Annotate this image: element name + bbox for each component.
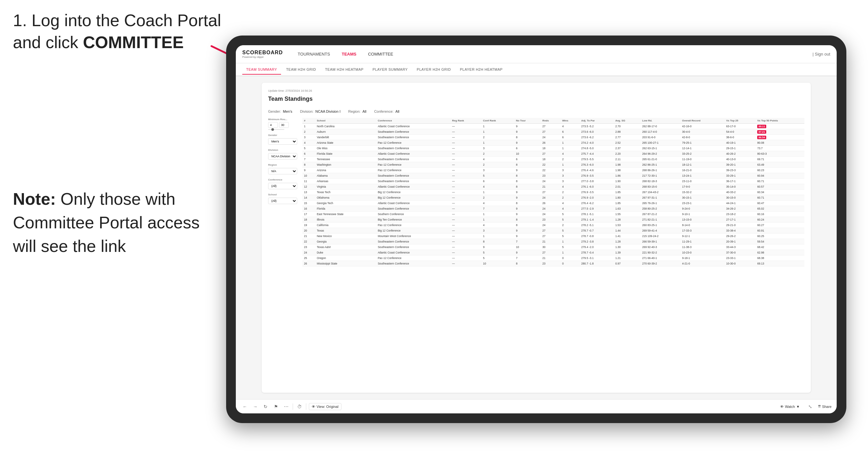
cell-wins: 0 [560, 261, 580, 267]
cell-rank: 16 [302, 206, 315, 212]
content-card: Update time: 27/03/2024 16:56:26 Team St… [262, 83, 811, 393]
school-select[interactable]: (All) [268, 198, 297, 204]
division-select[interactable]: NCAA Division I [268, 153, 297, 160]
division-section: Division NCAA Division I [268, 149, 297, 160]
cell-conf-rank: 3 [481, 167, 514, 173]
main-content: Update time: 27/03/2024 16:56:26 Team St… [236, 76, 837, 399]
cell-no-tour: 9 [514, 129, 541, 135]
cell-conference: Atlantic Coast Conference [376, 124, 450, 129]
sign-out[interactable]: | Sign out [812, 52, 830, 57]
cell-vs25: 27-17-1 [724, 217, 755, 222]
watch-button[interactable]: 👁 Watch ▼ [778, 403, 802, 410]
cell-reg-rank: — [451, 173, 482, 179]
cell-rank: 6 [302, 151, 315, 157]
toolbar-refresh-btn[interactable]: ↻ [262, 403, 270, 410]
sidebar-controls: Minimum Rou... Gender [268, 118, 297, 267]
cell-wins: 6 [560, 129, 580, 135]
toolbar-forward-btn[interactable]: → [251, 403, 259, 410]
cell-low-rd: 262 86-25-1 [641, 162, 681, 167]
subnav-player-h2h-heatmap[interactable]: PLAYER H2H HEATMAP [456, 65, 506, 74]
nav-link-committee[interactable]: COMMITTEE [363, 49, 398, 59]
cell-avg-sg: 2.88 [614, 129, 641, 135]
cell-rank: 15 [302, 200, 315, 206]
view-original-button[interactable]: 👁 View: Original [309, 403, 341, 410]
cell-reg-rank: — [451, 129, 482, 135]
subnav-team-summary[interactable]: TEAM SUMMARY [242, 65, 281, 74]
toolbar-more-btn[interactable]: ⋯ [282, 403, 290, 410]
region-select[interactable]: N/A [268, 168, 297, 175]
cell-rank: 14 [302, 195, 315, 200]
cell-low-rd: 269 59-41-4 [641, 228, 681, 234]
cell-adj-par: 279.2 -3.8 [580, 239, 614, 245]
cell-reg-rank: — [451, 179, 482, 184]
cell-reg-rank: — [451, 217, 482, 222]
subnav-player-h2h-grid[interactable]: PLAYER H2H GRID [413, 65, 455, 74]
cell-reg-rank: — [451, 146, 482, 151]
cell-overall: 16-21-0 [680, 167, 724, 173]
nav-link-tournaments[interactable]: TOURNAMENTS [293, 49, 335, 59]
cell-reg-rank: — [451, 206, 482, 212]
conference-select[interactable]: (All) [268, 183, 297, 189]
standings-table: # School Conference Reg Rank Conf Rank N… [302, 118, 804, 267]
cell-school: Arizona [315, 167, 376, 173]
min-rounds-input-2[interactable] [279, 122, 289, 128]
cell-avg-sg: 1.85 [614, 190, 641, 195]
cell-no-tour: 8 [514, 261, 541, 267]
table-row: 8 Washington Pac-12 Conference — 2 8 22 … [302, 162, 804, 167]
cell-adj-par: 278.1 -5.1 [580, 212, 614, 217]
cell-adj-par: 280.7 -1.8 [580, 261, 614, 267]
cell-no-tour: 9 [514, 228, 541, 234]
col-no-tour: No Tour [514, 118, 541, 124]
cell-avg-sg: 1.63 [614, 206, 641, 212]
subnav-team-h2h-grid[interactable]: TEAM H2H GRID [282, 65, 320, 74]
cell-rnds: 21 [541, 239, 560, 245]
cell-vs25: 63-17-0 [724, 124, 755, 129]
rounds-slider[interactable] [268, 129, 284, 130]
cell-low-rd: 268 86-26-1 [641, 167, 681, 173]
cell-avg-sg: 2.01 [614, 184, 641, 190]
cell-school: Illinois [315, 217, 376, 222]
cell-adj-par: 276.9 -3.5 [580, 173, 614, 179]
toolbar-divider [293, 403, 293, 410]
nav-link-teams[interactable]: TEAMS [337, 49, 362, 59]
table-row: 1 North Carolina Atlantic Coast Conferen… [302, 124, 804, 129]
subnav-team-h2h-heatmap[interactable]: TEAM H2H HEATMAP [321, 65, 367, 74]
cell-school: Oregon [315, 255, 376, 261]
cell-conference: Southeastern Conference [376, 135, 450, 140]
min-rounds-input-1[interactable] [268, 122, 278, 128]
cell-adj-par: 279.4 -2.0 [580, 245, 614, 250]
cell-school: Arkansas [315, 179, 376, 184]
cell-adj-par: 279.1 -1.4 [580, 217, 614, 222]
cell-reg-rank: — [451, 222, 482, 228]
cell-school: Arizona State [315, 140, 376, 146]
share-button[interactable]: ⇈ Share [818, 404, 832, 409]
cell-rnds: 23 [541, 261, 560, 267]
cell-points: 80-63-3 [755, 151, 804, 157]
subnav-player-summary[interactable]: PLAYER SUMMARY [369, 65, 411, 74]
cell-avg-sg: 1.44 [614, 228, 641, 234]
cell-points: 89.11 [755, 124, 804, 129]
cell-no-tour: 9 [514, 212, 541, 217]
toolbar-clock-btn[interactable]: ⏱ [296, 403, 303, 410]
cell-wins: 5 [560, 217, 580, 222]
cell-rank: 17 [302, 212, 315, 217]
cell-school: Ole Miss [315, 146, 376, 151]
cell-conference: Southeastern Conference [376, 129, 450, 135]
cell-wins: 2 [560, 157, 580, 162]
cell-conf-rank: 5 [481, 250, 514, 255]
note-area: Note: Only those with Committee Portal a… [13, 187, 200, 258]
cell-conference: Southeastern Conference [376, 173, 450, 179]
cell-vs25: 23-18-2 [724, 212, 755, 217]
cell-rnds: 21 [541, 184, 560, 190]
cell-wins: 2 [560, 195, 580, 200]
col-reg-rank: Reg Rank [451, 118, 482, 124]
toolbar-bookmark-btn[interactable]: ⚑ [272, 403, 280, 410]
cell-adj-par: 276.1 -6.0 [580, 184, 614, 190]
cell-rnds: 26 [541, 140, 560, 146]
fullscreen-btn[interactable]: ⤡ [806, 403, 814, 410]
cell-rnds: 23 [541, 173, 560, 179]
toolbar-back-btn[interactable]: ← [241, 403, 249, 410]
cell-overall: 30-4-0 [680, 129, 724, 135]
cell-adj-par: 274.8 -5.0 [580, 146, 614, 151]
gender-select[interactable]: Men's [268, 138, 297, 145]
